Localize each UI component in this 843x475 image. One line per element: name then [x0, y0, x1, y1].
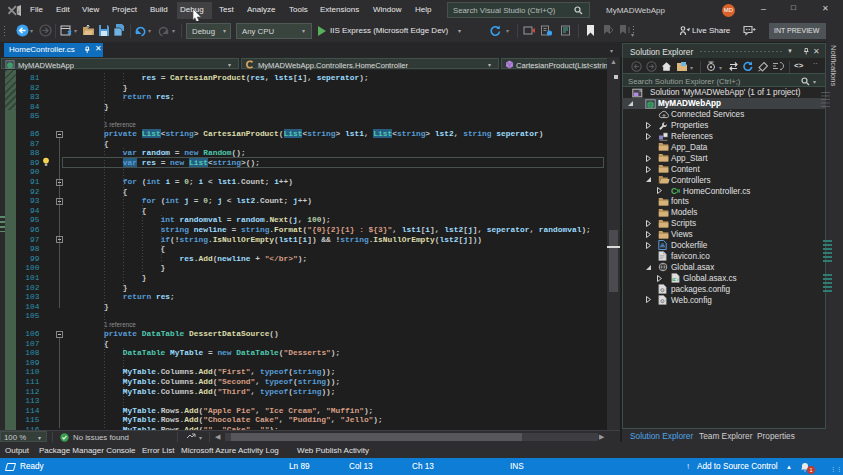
- svg-text:C: C: [671, 186, 677, 196]
